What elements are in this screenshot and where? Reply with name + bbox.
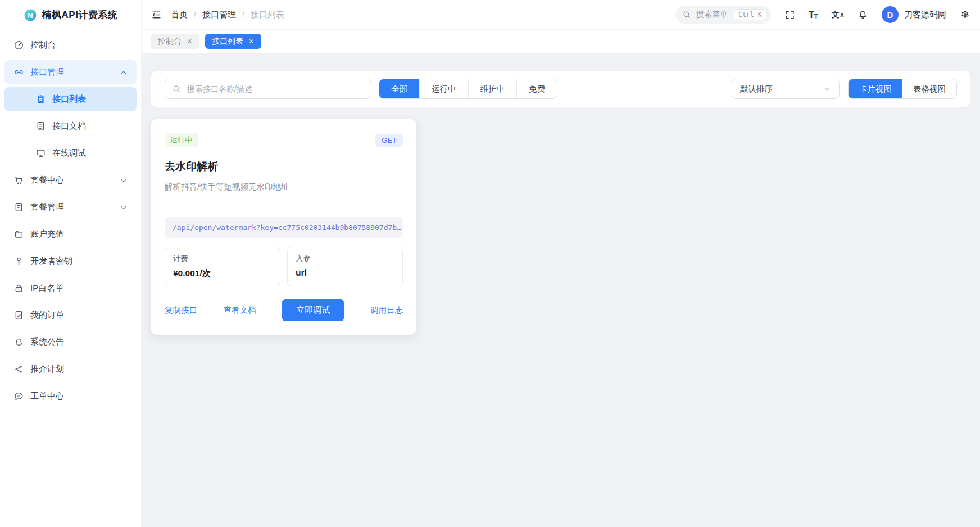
sidebar-item-label: 工单中心 <box>30 391 64 402</box>
app-logo-icon: N <box>24 8 37 22</box>
filter-running[interactable]: 运行中 <box>419 79 468 98</box>
sidebar-item-system-announcements[interactable]: 系统公告 <box>4 330 137 354</box>
status-badge: 运行中 <box>165 133 198 147</box>
chevron-down-icon <box>120 177 128 184</box>
sort-dropdown[interactable]: 默认排序 <box>732 79 840 99</box>
sort-dropdown-value: 默认排序 <box>740 84 773 94</box>
app-logo[interactable]: N 楠枫API计费系统 <box>4 0 137 30</box>
call-logs-button[interactable]: 调用日志 <box>370 305 403 316</box>
api-endpoint-url[interactable]: /api/open/watermark?key=cc775c0203144b9b… <box>165 217 403 238</box>
toolbar-right: 默认排序 卡片视图 表格视图 <box>732 79 957 99</box>
chevron-down-icon <box>823 85 831 93</box>
breadcrumb-separator: / <box>194 10 196 19</box>
sidebar-collapse-icon[interactable] <box>151 10 162 20</box>
api-search-field <box>165 79 371 99</box>
app-root: N 楠枫API计费系统 控制台 接口管理 <box>0 0 980 527</box>
status-filter-group: 全部 运行中 维护中 免费 <box>379 79 557 99</box>
dashboard-icon <box>13 40 24 51</box>
sidebar-item-label: 账户充值 <box>30 229 64 240</box>
list-document-icon <box>13 202 24 213</box>
sidebar-item-ip-whitelist[interactable]: IP白名单 <box>4 276 137 300</box>
tab-label: 控制台 <box>158 37 182 47</box>
avatar: D <box>882 6 899 23</box>
svg-text:N: N <box>28 11 33 19</box>
tab-bar: 控制台 接口列表 <box>142 30 980 53</box>
billing-info-box: 计费 ¥0.001/次 <box>165 247 280 286</box>
sidebar: N 楠枫API计费系统 控制台 接口管理 <box>0 0 142 527</box>
filter-maintenance[interactable]: 维护中 <box>468 79 517 98</box>
settings-gear-icon[interactable] <box>960 10 970 20</box>
breadcrumb-section[interactable]: 接口管理 <box>202 10 236 20</box>
api-title: 去水印解析 <box>165 159 403 174</box>
chevron-down-icon <box>120 204 128 211</box>
content-area: 全部 运行中 维护中 免费 默认排序 卡片视图 表格视图 <box>142 53 980 527</box>
translate-a-glyph: A <box>840 13 844 19</box>
sidebar-item-package-center[interactable]: 套餐中心 <box>4 168 137 192</box>
key-icon <box>13 256 24 267</box>
chevron-up-icon <box>120 69 128 76</box>
param-info-box: 入参 url <box>287 247 403 286</box>
api-card-header: 运行中 GET <box>165 133 403 147</box>
sidebar-item-label: 套餐中心 <box>30 175 64 186</box>
view-toggle-group: 卡片视图 表格视图 <box>848 79 957 99</box>
menu-search-placeholder: 搜索菜单 <box>696 10 728 20</box>
app-title: 楠枫API计费系统 <box>42 8 118 21</box>
http-method-badge: GET <box>375 134 403 147</box>
sidebar-item-account-recharge[interactable]: 账户充值 <box>4 222 137 246</box>
sidebar-item-api-list[interactable]: 接口列表 <box>4 87 137 111</box>
table-view-button[interactable]: 表格视图 <box>902 79 956 98</box>
billing-label: 计费 <box>173 254 272 264</box>
sidebar-item-online-debug[interactable]: 在线调试 <box>4 141 137 165</box>
api-card: 运行中 GET 去水印解析 解析抖音/快手等短视频无水印地址 /api/open… <box>151 119 416 335</box>
sidebar-item-dashboard[interactable]: 控制台 <box>4 33 137 57</box>
user-menu[interactable]: D 刀客源码网 <box>882 6 946 23</box>
sidebar-item-developer-keys[interactable]: 开发者密钥 <box>4 249 137 273</box>
view-docs-button[interactable]: 查看文档 <box>224 305 256 316</box>
filter-all[interactable]: 全部 <box>379 79 419 98</box>
sidebar-item-package-management[interactable]: 套餐管理 <box>4 195 137 219</box>
sidebar-item-referral-program[interactable]: 推介计划 <box>4 357 137 381</box>
sidebar-item-label: IP白名单 <box>30 283 63 294</box>
font-size-large-glyph: T <box>809 10 814 20</box>
lock-icon <box>13 283 24 294</box>
sidebar-item-my-orders[interactable]: 我的订单 <box>4 303 137 327</box>
breadcrumb-separator: / <box>242 10 244 19</box>
breadcrumb-home[interactable]: 首页 <box>171 10 188 20</box>
card-view-button[interactable]: 卡片视图 <box>849 79 902 98</box>
search-icon <box>682 10 691 19</box>
sidebar-item-api-management[interactable]: 接口管理 <box>4 60 137 84</box>
font-size-small-glyph: T <box>814 13 818 20</box>
font-size-icon[interactable]: T T <box>809 10 818 20</box>
close-icon[interactable] <box>187 38 193 44</box>
sidebar-item-ticket-center[interactable]: 工单中心 <box>4 384 137 408</box>
document-icon <box>35 121 46 132</box>
sidebar-item-label: 接口列表 <box>52 94 86 105</box>
sidebar-item-label: 套餐管理 <box>30 202 64 213</box>
main-column: 首页 / 接口管理 / 接口列表 搜索菜单 Ctrl K <box>142 0 980 527</box>
search-icon <box>172 84 181 93</box>
notification-bell-icon[interactable] <box>858 10 868 20</box>
close-icon[interactable] <box>248 38 255 44</box>
api-search-input[interactable] <box>186 84 364 94</box>
copy-api-button[interactable]: 复制接口 <box>165 305 197 316</box>
menu-search-button[interactable]: 搜索菜单 Ctrl K <box>675 6 771 24</box>
translate-icon[interactable]: 文 A <box>832 11 844 19</box>
wallet-icon <box>13 229 24 240</box>
param-label: 入参 <box>296 254 394 264</box>
tab-dashboard[interactable]: 控制台 <box>151 34 199 49</box>
monitor-icon <box>35 148 46 159</box>
tab-api-list[interactable]: 接口列表 <box>205 34 261 49</box>
sidebar-item-label: 系统公告 <box>30 337 64 348</box>
chat-icon <box>13 391 24 402</box>
api-card-actions: 复制接口 查看文档 立即调试 调用日志 <box>165 299 403 321</box>
fullscreen-icon[interactable] <box>784 10 795 20</box>
sidebar-item-api-docs[interactable]: 接口文档 <box>4 114 137 138</box>
debug-now-button[interactable]: 立即调试 <box>282 299 344 321</box>
bell-icon <box>13 337 24 348</box>
sidebar-item-label: 推介计划 <box>30 364 64 375</box>
filter-free[interactable]: 免费 <box>516 79 557 98</box>
param-value: url <box>296 268 394 278</box>
cart-icon <box>13 175 24 186</box>
topbar-actions: 搜索菜单 Ctrl K T T 文 A <box>675 6 970 24</box>
link-icon <box>13 67 24 78</box>
